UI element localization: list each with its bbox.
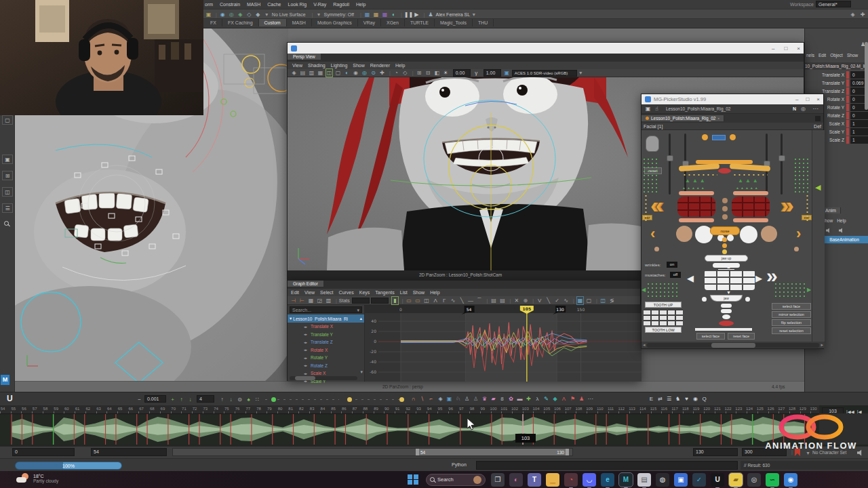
toolbar-icon-1[interactable]: ▣: [446, 395, 453, 403]
ge-stack-view-icon[interactable]: ◫: [599, 297, 607, 304]
channel-translate-y[interactable]: Translate Y0.069: [805, 79, 868, 87]
cheek-right[interactable]: [740, 226, 757, 243]
layout-four-pane-icon[interactable]: ⊞: [2, 171, 13, 180]
ge-abs-view-icon[interactable]: ≶: [608, 297, 616, 304]
base-animation-layer[interactable]: BaseAnimation: [820, 236, 868, 243]
chin-red-oval[interactable]: [719, 321, 734, 326]
ipr-icon[interactable]: ▦: [372, 11, 380, 18]
ge-tangent-flat-icon[interactable]: Λ: [432, 297, 439, 304]
ge-frame-all-icon[interactable]: ▦: [307, 297, 315, 304]
picker-tab-menu-icon[interactable]: [815, 116, 821, 121]
ge-normalize-icon[interactable]: ▦: [576, 296, 584, 305]
frame-93[interactable]: 93: [416, 407, 421, 411]
picker-hand-cursor-icon[interactable]: ☝: [653, 105, 660, 113]
toolbar-icon-4[interactable]: ∷: [254, 396, 261, 403]
frame-63[interactable]: 63: [96, 407, 101, 411]
gamma-icon[interactable]: γ: [473, 69, 480, 77]
taskbar-app-folder[interactable]: ▁: [546, 473, 559, 487]
grid-toggle-icon[interactable]: ⊟: [425, 69, 432, 77]
lower-lid-right[interactable]: [733, 218, 768, 222]
taskbar-app-copilot[interactable]: ◐: [509, 473, 523, 487]
ge-tangent-clamped-icon[interactable]: ▭: [414, 297, 422, 304]
lip-dots-right[interactable]: [774, 282, 806, 300]
taskbar-app-spotify[interactable]: ∽: [766, 473, 779, 487]
snap-surface-icon[interactable]: ◆: [254, 11, 262, 18]
layout-two-pane-icon[interactable]: ◫: [2, 187, 13, 197]
wrinkles-toggle[interactable]: on: [667, 262, 677, 268]
frame-57[interactable]: 57: [33, 407, 37, 411]
cheek-chevron-right[interactable]: ›: [796, 225, 801, 243]
taskbar-app-taskview[interactable]: ❐: [491, 473, 505, 487]
toolbar-icon-0[interactable]: ∩: [410, 395, 417, 403]
frame-88[interactable]: 88: [363, 407, 368, 411]
ge-tree-hscrollbar[interactable]: [290, 376, 357, 380]
slider-brow-r2[interactable]: [781, 134, 783, 195]
render-icon[interactable]: ▦: [363, 11, 371, 18]
lash-ctrl-right[interactable]: ▲▲▲▲▲: [736, 186, 760, 190]
ge-curve-filter-icon[interactable]: V: [536, 297, 543, 304]
playback-start-field[interactable]: 54: [91, 448, 167, 456]
frame-112[interactable]: 112: [618, 407, 625, 411]
menu-item-select[interactable]: Select: [320, 290, 333, 295]
live-surface-arrow[interactable]: ▾: [263, 11, 271, 18]
menu-item-shading[interactable]: Shading: [308, 63, 326, 68]
jaw-up-control[interactable]: jaw up: [705, 255, 748, 262]
ge-retime-icon[interactable]: ✓: [553, 297, 561, 304]
picker-close-button[interactable]: ×: [816, 96, 820, 102]
colorspace-dropdown[interactable]: ACES 1.0 SDR-video (sRGB): [512, 70, 577, 77]
lip-center-dot2[interactable]: [722, 243, 727, 248]
ear-chevron-right[interactable]: »: [781, 191, 794, 218]
eye-grid-left[interactable]: [677, 197, 715, 217]
ge-pre-infinity-icon[interactable]: ✕: [513, 297, 520, 304]
lip-center-dot3[interactable]: [722, 249, 727, 254]
jaw-side-dot-left[interactable]: [702, 297, 707, 302]
frame-67[interactable]: 67: [139, 407, 144, 411]
ge-curve-area[interactable]: 40200-20-40-60054105130150: [365, 305, 642, 382]
chin-pill1[interactable]: [721, 304, 732, 308]
lid-ctrl-right[interactable]: ▲▲▲: [738, 178, 760, 184]
nudge-minus-button[interactable]: −: [136, 396, 143, 403]
channel-scrollbar[interactable]: [865, 42, 868, 110]
cheek-right-outer[interactable]: [761, 226, 777, 242]
user-arrow-icon[interactable]: ▾: [470, 11, 477, 18]
frame-96[interactable]: 96: [448, 407, 453, 411]
cheek-left-outer[interactable]: [676, 226, 692, 242]
jaw-control[interactable]: jaw: [710, 295, 743, 302]
frame-83[interactable]: 83: [310, 407, 315, 411]
frame-68[interactable]: 68: [150, 407, 155, 411]
animbot-logo[interactable]: U: [7, 394, 13, 403]
mouth-wedge-left[interactable]: ◂: [687, 270, 694, 286]
frame-121[interactable]: 121: [714, 407, 721, 411]
ge-frame-playback-icon[interactable]: ◲: [316, 297, 323, 304]
frame-70[interactable]: 70: [171, 407, 176, 411]
ge-stats-time-field[interactable]: [352, 298, 370, 304]
ge-channel-translate-x[interactable]: ◂▸Translate X: [288, 323, 364, 331]
lower-lid-left[interactable]: [679, 218, 714, 222]
nose-bridge-dot1[interactable]: [722, 198, 728, 203]
range-slider-bar[interactable]: 54 130: [416, 449, 569, 455]
frame-78[interactable]: 78: [256, 407, 261, 411]
picker-more-icon[interactable]: ⋯: [812, 105, 819, 113]
snap-plane-icon[interactable]: ◇: [245, 11, 253, 18]
frame-128[interactable]: 128: [789, 407, 795, 411]
snap-curve-icon[interactable]: ◎: [228, 11, 235, 18]
exposure-field[interactable]: 0.00: [453, 69, 471, 77]
toolbar-icon-6[interactable]: Q: [701, 395, 708, 403]
eye-ctrl-field[interactable]: [712, 135, 726, 140]
frame-76[interactable]: 76: [235, 407, 240, 411]
shelf-tab-thu[interactable]: THU: [473, 19, 494, 26]
toolbar-icon-17[interactable]: ⋯: [587, 395, 594, 403]
frame-69[interactable]: 69: [161, 407, 165, 411]
ear-chevron-left[interactable]: «: [650, 191, 663, 218]
tooth-low-button[interactable]: TOOTH LOW: [645, 327, 682, 333]
frame-64[interactable]: 64: [107, 407, 112, 411]
outliner-icon[interactable]: ☰: [2, 203, 13, 213]
shelf-tab-mash[interactable]: MASH: [287, 19, 312, 26]
toolbar-icon-4[interactable]: ♥: [683, 395, 690, 403]
frame-100[interactable]: 100: [490, 407, 497, 411]
toolbar-icon-2[interactable]: ⊙: [236, 396, 243, 403]
ge-move-nearest-icon[interactable]: ⊣: [290, 297, 297, 304]
frame-97[interactable]: 97: [459, 407, 464, 411]
menu-item-keys[interactable]: Keys: [359, 290, 370, 295]
select-cam-icon[interactable]: ⊞: [416, 69, 423, 77]
